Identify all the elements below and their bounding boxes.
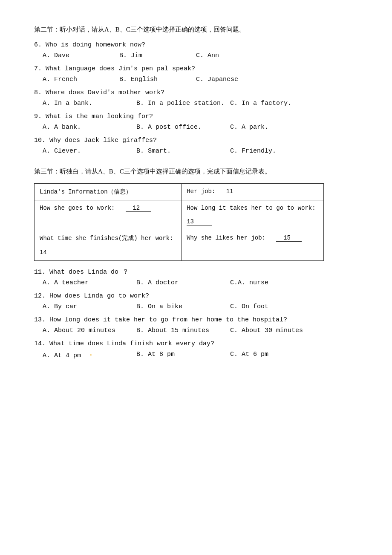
q8-option-c: C. In a factory. bbox=[230, 100, 307, 107]
table-cell-2-left: How she goes to work: 12 bbox=[35, 200, 182, 230]
table-row-2: How she goes to work: 12 How long it tak… bbox=[35, 200, 324, 230]
q9-option-b: B. A post office. bbox=[136, 124, 230, 131]
table-row-1: Linda's Information（信息） Her job: 11 bbox=[35, 184, 324, 200]
q14-option-c: C. At 6 pm bbox=[230, 351, 307, 359]
blank-14: 14 bbox=[40, 249, 65, 256]
question-9-number: 9. bbox=[34, 113, 42, 120]
question-14: 14. What time does Linda finish work eve… bbox=[34, 340, 358, 359]
q13-option-b: B. About 15 minutes bbox=[136, 327, 230, 334]
table-row-3: What time she finishes(完成) her work:14 W… bbox=[35, 230, 324, 261]
question-12-number: 12. bbox=[34, 292, 46, 300]
section-2-title: 第二节：听小对话，请从A、B、C三个选项中选择正确的选项，回答问题。 bbox=[34, 26, 358, 34]
q10-option-a: A. Clever. bbox=[43, 147, 136, 155]
question-10-text: Why does Jack like giraffes? bbox=[49, 137, 157, 144]
linda-info-table: Linda's Information（信息） Her job: 11 How … bbox=[34, 183, 324, 261]
question-6: 6. Who is doing homework now? A. Dave B.… bbox=[34, 41, 358, 59]
q12-option-b: B. On a bike bbox=[136, 303, 230, 310]
question-11-options: A. A teacher B. A doctor C.A. nurse bbox=[43, 279, 358, 286]
question-7-options: A. French B. English C. Japanese bbox=[43, 76, 358, 83]
question-7-number: 7. bbox=[34, 65, 42, 72]
question-13: 13. How long does it take her to go from… bbox=[34, 316, 358, 334]
blank-11: 11 bbox=[219, 188, 245, 195]
q10-option-c: C. Friendly. bbox=[230, 147, 307, 155]
section-3-title: 第三节：听独白，请从A、B、C三个选项中选择正确的选项，完成下面信息记录表。 bbox=[34, 168, 358, 176]
q6-option-a: A. Dave bbox=[43, 52, 119, 59]
q7-option-a: A. French bbox=[43, 76, 119, 83]
q8-option-a: A. In a bank. bbox=[43, 100, 136, 107]
q7-option-b: B. English bbox=[119, 76, 196, 83]
question-8-options: A. In a bank. B. In a police station. C.… bbox=[43, 100, 358, 107]
question-13-options: A. About 20 minutes B. About 15 minutes … bbox=[43, 327, 358, 334]
q11-option-c: C.A. nurse bbox=[230, 279, 307, 286]
question-10-options: A. Clever. B. Smart. C. Friendly. bbox=[43, 147, 358, 155]
blank-12: 12 bbox=[126, 205, 151, 212]
question-13-text: How long does it take her to go from her… bbox=[49, 316, 287, 324]
table-cell-1-right: Her job: 11 bbox=[182, 184, 324, 200]
question-9-options: A. A bank. B. A post office. C. A park. bbox=[43, 124, 358, 131]
question-13-number: 13. bbox=[34, 316, 46, 324]
q12-option-c: C. On foot bbox=[230, 303, 307, 310]
question-10-number: 10. bbox=[34, 137, 46, 144]
question-8-text: Where does David's mother work? bbox=[46, 89, 164, 96]
question-10: 10. Why does Jack like giraffes? A. Clev… bbox=[34, 137, 358, 155]
table-cell-2-right: How long it takes her to go to work:13 bbox=[182, 200, 324, 230]
q13-option-a: A. About 20 minutes bbox=[43, 327, 136, 334]
question-11-number: 11. bbox=[34, 269, 46, 276]
question-6-number: 6. bbox=[34, 41, 42, 49]
q14-option-b: B. At 8 pm bbox=[136, 351, 230, 359]
q13-option-c: C. About 30 minutes bbox=[230, 327, 307, 334]
question-14-text: What time does Linda finish work every d… bbox=[49, 340, 214, 347]
question-11: 11. What does Linda do ？ A. A teacher B.… bbox=[34, 268, 358, 286]
q14-option-a: A. At 4 pm · bbox=[43, 351, 136, 359]
question-14-options: A. At 4 pm · B. At 8 pm C. At 6 pm bbox=[43, 351, 358, 359]
q6-option-c: C. Ann bbox=[196, 52, 273, 59]
dot-decoration: · bbox=[89, 351, 93, 359]
question-6-text: Who is doing homework now? bbox=[46, 41, 145, 49]
blank-13: 13 bbox=[187, 218, 212, 225]
q8-option-b: B. In a police station. bbox=[136, 100, 230, 107]
q9-option-a: A. A bank. bbox=[43, 124, 136, 131]
question-9: 9. What is the man looking for? A. A ban… bbox=[34, 113, 358, 131]
q12-option-a: A. By car bbox=[43, 303, 136, 310]
q11-option-a: A. A teacher bbox=[43, 279, 136, 286]
q11-option-b: B. A doctor bbox=[136, 279, 230, 286]
question-11-text: What does Linda do ？ bbox=[49, 269, 129, 276]
question-12-options: A. By car B. On a bike C. On foot bbox=[43, 303, 358, 310]
blank-15: 15 bbox=[276, 234, 302, 242]
q9-option-c: C. A park. bbox=[230, 124, 307, 131]
question-8: 8. Where does David's mother work? A. In… bbox=[34, 89, 358, 107]
section-2: 第二节：听小对话，请从A、B、C三个选项中选择正确的选项，回答问题。 6. Wh… bbox=[34, 26, 358, 155]
question-7: 7. What language does Jim's pen pal spea… bbox=[34, 65, 358, 83]
question-9-text: What is the man looking for? bbox=[46, 113, 153, 120]
question-6-options: A. Dave B. Jim C. Ann bbox=[43, 52, 358, 59]
q7-option-c: C. Japanese bbox=[196, 76, 273, 83]
question-14-number: 14. bbox=[34, 340, 46, 347]
q10-option-b: B. Smart. bbox=[136, 147, 230, 155]
section-3: 第三节：听独白，请从A、B、C三个选项中选择正确的选项，完成下面信息记录表。 L… bbox=[34, 168, 358, 359]
table-cell-1-left: Linda's Information（信息） bbox=[35, 184, 182, 200]
question-8-number: 8. bbox=[34, 89, 42, 96]
q6-option-b: B. Jim bbox=[119, 52, 196, 59]
question-12: 12. How does Linda go to work? A. By car… bbox=[34, 292, 358, 310]
table-cell-3-left: What time she finishes(完成) her work:14 bbox=[35, 230, 182, 261]
question-12-text: How does Linda go to work? bbox=[49, 292, 149, 300]
table-cell-3-right: Why she likes her job: 15 bbox=[182, 230, 324, 261]
question-7-text: What language does Jim's pen pal speak? bbox=[46, 65, 195, 72]
